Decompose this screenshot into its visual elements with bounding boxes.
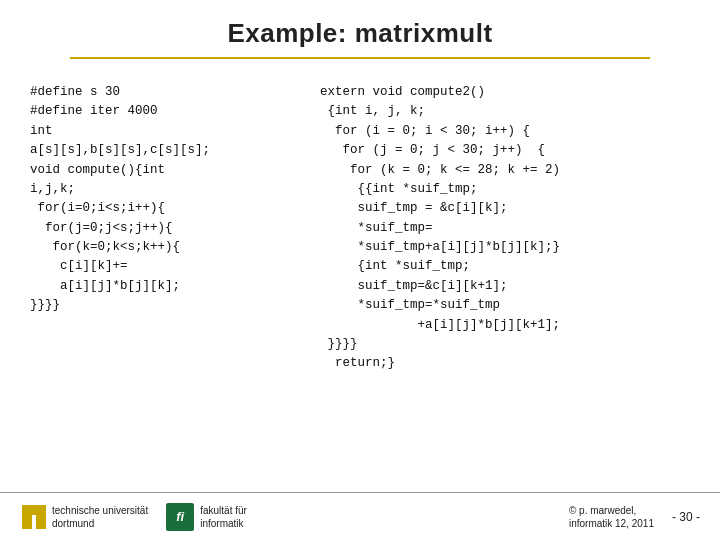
- copyright-text: © p. marwedel, informatik 12, 2011: [569, 504, 654, 530]
- slide-footer: technische universität dortmund fi fakul…: [0, 492, 720, 540]
- slide-title: Example: matrixmult: [40, 18, 680, 49]
- university-name: technische universität dortmund: [52, 504, 148, 530]
- header-divider: [70, 57, 650, 59]
- faculty-logo-group: fi fakultät für informatik: [166, 503, 247, 531]
- slide-header: Example: matrixmult: [0, 0, 720, 69]
- slide: Example: matrixmult #define s 30 #define…: [0, 0, 720, 540]
- code-left: #define s 30 #define iter 4000 int a[s][…: [30, 83, 300, 484]
- tu-logo-icon: [20, 503, 48, 531]
- svg-rect-2: [36, 505, 46, 529]
- slide-content: #define s 30 #define iter 4000 int a[s][…: [0, 69, 720, 492]
- page-number: - 30 -: [672, 510, 700, 524]
- fi-logo-icon: fi: [166, 503, 194, 531]
- faculty-name: fakultät für informatik: [200, 504, 247, 530]
- code-right: extern void compute2() {int i, j, k; for…: [320, 83, 690, 484]
- university-logo-group: technische universität dortmund: [20, 503, 148, 531]
